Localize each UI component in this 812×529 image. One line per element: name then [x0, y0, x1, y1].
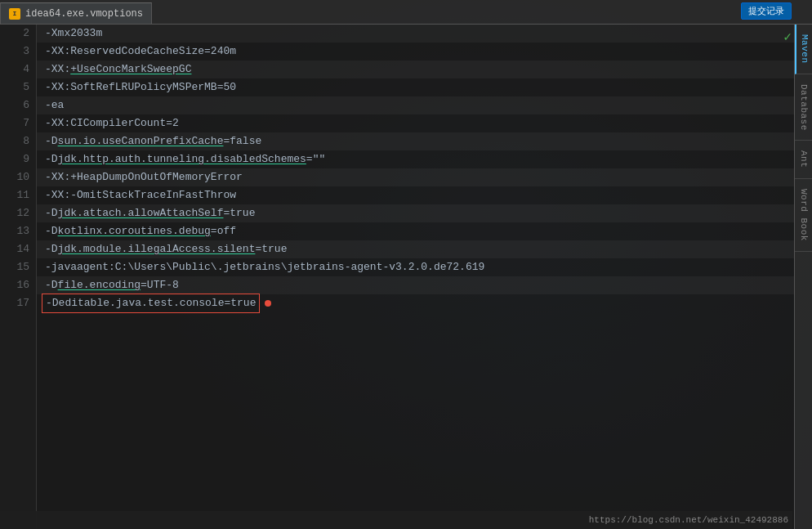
line-number-13: 13	[0, 222, 36, 240]
right-sidebar: MavenDatabaseAntWord Book	[794, 25, 812, 529]
editor-tab[interactable]: I idea64.exe.vmoptions	[0, 2, 152, 24]
red-dot-indicator	[265, 300, 271, 307]
code-line-8: -Dsun.io.useCanonPrefixCache=false	[37, 132, 794, 150]
code-value: =false	[223, 132, 261, 150]
code-line-4: -XX:+UseConcMarkSweepGC	[37, 61, 794, 78]
line-number-6: 6	[0, 96, 36, 114]
check-icon: ✓	[783, 29, 792, 45]
code-line-16: -Dfile.encoding=UTF-8	[37, 276, 794, 294]
sidebar-item-database[interactable]: Database	[795, 74, 812, 141]
code-line-3: -XX:ReservedCodeCacheSize=240m	[37, 43, 794, 61]
code-rest-underline: +UseConcMarkSweepGC	[70, 61, 191, 78]
code-value: =true	[223, 204, 255, 222]
editor-body: 234567891011121314151617 -Xmx2033m-XX:Re…	[0, 25, 812, 529]
code-line-7: -XX:CICompilerCount=2	[37, 114, 794, 132]
line-numbers: 234567891011121314151617	[0, 25, 37, 529]
line-number-12: 12	[0, 204, 36, 222]
tab-icon: I	[9, 8, 20, 20]
line-number-7: 7	[0, 114, 36, 132]
line-number-5: 5	[0, 78, 36, 96]
code-value: =off	[211, 222, 236, 240]
code-value: =true	[255, 240, 287, 258]
code-key-underline: jdk.module.illegalAccess.silent	[58, 240, 256, 258]
code-value: =""	[306, 150, 325, 168]
code-line-13: -Dkotlinx.coroutines.debug=off	[37, 222, 794, 240]
code-line-11: -XX:-OmitStackTraceInFastThrow	[37, 186, 794, 204]
code-key-underline: sun.io.useCanonPrefixCache	[58, 132, 224, 150]
code-prefix: -D	[45, 240, 58, 258]
sidebar-item-word-book[interactable]: Word Book	[795, 179, 812, 252]
line-number-3: 3	[0, 43, 36, 61]
code-prefix: -D	[45, 276, 58, 294]
line-number-4: 4	[0, 61, 36, 78]
sidebar-item-maven[interactable]: Maven	[795, 25, 812, 74]
code-key-underline: file.encoding	[58, 276, 141, 294]
code-line-2: -Xmx2033m	[37, 25, 794, 43]
code-key-underline: jdk.http.auth.tunneling.disabledSchemes	[58, 150, 306, 168]
code-line-14: -Djdk.module.illegalAccess.silent=true	[37, 240, 794, 258]
url-text: https://blog.csdn.net/weixin_42492886	[589, 515, 788, 525]
url-bar: https://blog.csdn.net/weixin_42492886	[0, 511, 792, 529]
code-prefix: -D	[45, 150, 58, 168]
boxed-line-content: -Deditable.java.test.console=true	[42, 294, 260, 313]
line-number-15: 15	[0, 258, 36, 276]
code-line-15: -javaagent:C:\Users\Public\.jetbrains\je…	[37, 258, 794, 276]
code-prefix: -D	[45, 132, 58, 150]
line-number-9: 9	[0, 150, 36, 168]
code-value: =UTF-8	[141, 276, 179, 294]
code-line-5: -XX:SoftRefLRUPolicyMSPerMB=50	[37, 78, 794, 96]
code-line-9: -Djdk.http.auth.tunneling.disabledScheme…	[37, 150, 794, 168]
code-area[interactable]: -Xmx2033m-XX:ReservedCodeCacheSize=240m-…	[37, 25, 794, 529]
submit-history-button[interactable]: 提交记录	[741, 2, 792, 20]
code-prefix: -D	[45, 204, 58, 222]
code-line-6: -ea	[37, 96, 794, 114]
code-line-10: -XX:+HeapDumpOnOutOfMemoryError	[37, 168, 794, 186]
editor-container: I idea64.exe.vmoptions 提交记录 ✓ 2345678910…	[0, 0, 812, 529]
line-number-2: 2	[0, 25, 36, 43]
code-line-12: -Djdk.attach.allowAttachSelf=true	[37, 204, 794, 222]
code-key-underline: jdk.attach.allowAttachSelf	[58, 204, 224, 222]
tab-label: idea64.exe.vmoptions	[25, 8, 143, 20]
code-prefix: -XX:	[45, 61, 70, 78]
code-prefix: -D	[45, 222, 58, 240]
sidebar-item-ant[interactable]: Ant	[795, 141, 812, 178]
tab-bar: I idea64.exe.vmoptions 提交记录	[0, 0, 812, 25]
line-number-11: 11	[0, 186, 36, 204]
line-number-16: 16	[0, 276, 36, 294]
top-right-buttons: 提交记录	[741, 2, 792, 20]
line-number-10: 10	[0, 168, 36, 186]
line-number-17: 17	[0, 294, 36, 312]
line-number-8: 8	[0, 132, 36, 150]
code-line-17: -Deditable.java.test.console=true	[37, 294, 794, 312]
line-number-14: 14	[0, 240, 36, 258]
code-key-underline: kotlinx.coroutines.debug	[58, 222, 211, 240]
